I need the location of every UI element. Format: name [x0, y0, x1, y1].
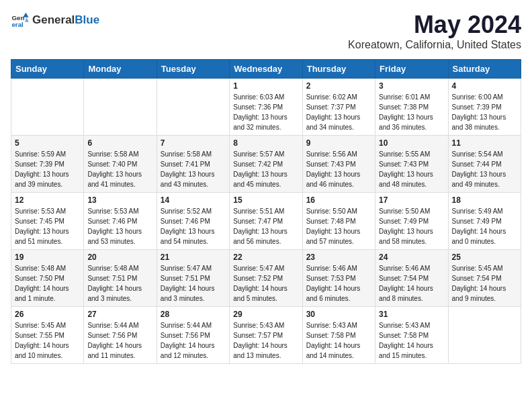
day-number: 28 — [161, 310, 226, 319]
calendar-cell — [84, 79, 157, 136]
calendar-cell: 20Sunrise: 5:48 AMSunset: 7:51 PMDayligh… — [84, 250, 157, 307]
day-number: 12 — [15, 195, 80, 205]
title-area: May 2024 Koreatown, California, United S… — [348, 11, 521, 51]
calendar-cell: 22Sunrise: 5:47 AMSunset: 7:52 PMDayligh… — [230, 250, 302, 307]
calendar-week-row: 12Sunrise: 5:53 AMSunset: 7:45 PMDayligh… — [11, 193, 521, 250]
day-info: Sunrise: 5:46 AMSunset: 7:53 PMDaylight:… — [306, 263, 371, 304]
calendar-cell: 6Sunrise: 5:58 AMSunset: 7:40 PMDaylight… — [84, 136, 157, 193]
day-info: Sunrise: 5:52 AMSunset: 7:46 PMDaylight:… — [161, 206, 226, 246]
logo-general: General — [32, 13, 75, 27]
day-info: Sunrise: 5:50 AMSunset: 7:49 PMDaylight:… — [379, 206, 444, 246]
day-number: 11 — [452, 138, 517, 148]
calendar-cell: 27Sunrise: 5:44 AMSunset: 7:56 PMDayligh… — [84, 307, 157, 364]
day-number: 3 — [379, 81, 444, 91]
day-number: 17 — [379, 195, 444, 205]
day-number: 23 — [306, 253, 371, 262]
calendar-week-row: 19Sunrise: 5:48 AMSunset: 7:50 PMDayligh… — [11, 250, 521, 307]
day-info: Sunrise: 5:54 AMSunset: 7:44 PMDaylight:… — [452, 149, 517, 189]
day-number: 24 — [379, 253, 444, 262]
day-number: 27 — [87, 310, 152, 319]
calendar-cell: 23Sunrise: 5:46 AMSunset: 7:53 PMDayligh… — [302, 250, 375, 307]
day-info: Sunrise: 5:53 AMSunset: 7:46 PMDaylight:… — [87, 206, 152, 246]
logo: Gen eral GeneralBlue — [11, 11, 99, 30]
calendar-cell: 24Sunrise: 5:46 AMSunset: 7:54 PMDayligh… — [375, 250, 448, 307]
day-info: Sunrise: 5:44 AMSunset: 7:56 PMDaylight:… — [87, 320, 152, 361]
day-info: Sunrise: 5:59 AMSunset: 7:39 PMDaylight:… — [15, 149, 80, 189]
calendar-cell: 16Sunrise: 5:50 AMSunset: 7:48 PMDayligh… — [302, 193, 375, 250]
day-info: Sunrise: 5:49 AMSunset: 7:49 PMDaylight:… — [452, 206, 517, 246]
calendar-cell: 10Sunrise: 5:55 AMSunset: 7:43 PMDayligh… — [375, 136, 448, 193]
day-info: Sunrise: 5:43 AMSunset: 7:58 PMDaylight:… — [379, 320, 444, 361]
subtitle: Koreatown, California, United States — [348, 39, 521, 51]
day-number: 7 — [161, 138, 226, 148]
day-number: 16 — [306, 195, 371, 205]
day-number: 8 — [233, 138, 298, 148]
day-number: 18 — [452, 195, 517, 205]
day-number: 31 — [379, 310, 444, 319]
logo-icon: Gen eral — [11, 11, 30, 30]
weekday-header-monday: Monday — [84, 60, 157, 79]
day-number: 15 — [233, 195, 298, 205]
day-number: 22 — [233, 253, 298, 262]
day-info: Sunrise: 5:57 AMSunset: 7:42 PMDaylight:… — [233, 149, 298, 189]
weekday-header-sunday: Sunday — [11, 60, 84, 79]
calendar-cell: 9Sunrise: 5:56 AMSunset: 7:43 PMDaylight… — [302, 136, 375, 193]
svg-text:eral: eral — [11, 21, 24, 28]
day-number: 6 — [87, 138, 152, 148]
day-number: 5 — [15, 138, 80, 148]
calendar-week-row: 1Sunrise: 6:03 AMSunset: 7:36 PMDaylight… — [11, 79, 521, 136]
day-info: Sunrise: 5:43 AMSunset: 7:58 PMDaylight:… — [306, 320, 371, 361]
day-info: Sunrise: 6:01 AMSunset: 7:38 PMDaylight:… — [379, 92, 444, 132]
day-info: Sunrise: 5:48 AMSunset: 7:50 PMDaylight:… — [15, 263, 80, 304]
day-number: 9 — [306, 138, 371, 148]
calendar-cell: 25Sunrise: 5:45 AMSunset: 7:54 PMDayligh… — [448, 250, 521, 307]
calendar-cell: 11Sunrise: 5:54 AMSunset: 7:44 PMDayligh… — [448, 136, 521, 193]
calendar-cell: 8Sunrise: 5:57 AMSunset: 7:42 PMDaylight… — [230, 136, 302, 193]
calendar-cell: 28Sunrise: 5:44 AMSunset: 7:56 PMDayligh… — [157, 307, 229, 364]
calendar-cell: 21Sunrise: 5:47 AMSunset: 7:51 PMDayligh… — [157, 250, 229, 307]
calendar-cell: 13Sunrise: 5:53 AMSunset: 7:46 PMDayligh… — [84, 193, 157, 250]
calendar-cell: 5Sunrise: 5:59 AMSunset: 7:39 PMDaylight… — [11, 136, 84, 193]
day-info: Sunrise: 5:46 AMSunset: 7:54 PMDaylight:… — [379, 263, 444, 304]
day-info: Sunrise: 5:47 AMSunset: 7:52 PMDaylight:… — [233, 263, 298, 304]
day-info: Sunrise: 5:44 AMSunset: 7:56 PMDaylight:… — [161, 320, 226, 361]
calendar-cell: 12Sunrise: 5:53 AMSunset: 7:45 PMDayligh… — [11, 193, 84, 250]
day-number: 14 — [161, 195, 226, 205]
calendar-cell: 26Sunrise: 5:45 AMSunset: 7:55 PMDayligh… — [11, 307, 84, 364]
weekday-header-friday: Friday — [375, 60, 448, 79]
day-number: 25 — [452, 253, 517, 262]
day-number: 10 — [379, 138, 444, 148]
calendar-cell: 14Sunrise: 5:52 AMSunset: 7:46 PMDayligh… — [157, 193, 229, 250]
day-number: 4 — [452, 81, 517, 91]
calendar-cell — [448, 307, 521, 364]
calendar-cell: 18Sunrise: 5:49 AMSunset: 7:49 PMDayligh… — [448, 193, 521, 250]
calendar-table: SundayMondayTuesdayWednesdayThursdayFrid… — [11, 59, 521, 364]
logo-blue: Blue — [75, 13, 99, 27]
calendar-cell: 7Sunrise: 5:58 AMSunset: 7:41 PMDaylight… — [157, 136, 229, 193]
weekday-header-saturday: Saturday — [448, 60, 521, 79]
calendar-week-row: 5Sunrise: 5:59 AMSunset: 7:39 PMDaylight… — [11, 136, 521, 193]
day-info: Sunrise: 6:00 AMSunset: 7:39 PMDaylight:… — [452, 92, 517, 132]
calendar-cell: 19Sunrise: 5:48 AMSunset: 7:50 PMDayligh… — [11, 250, 84, 307]
calendar-cell: 31Sunrise: 5:43 AMSunset: 7:58 PMDayligh… — [375, 307, 448, 364]
calendar-cell: 15Sunrise: 5:51 AMSunset: 7:47 PMDayligh… — [230, 193, 302, 250]
svg-marker-3 — [25, 17, 29, 22]
day-info: Sunrise: 5:48 AMSunset: 7:51 PMDaylight:… — [87, 263, 152, 304]
weekday-header-wednesday: Wednesday — [230, 60, 302, 79]
day-info: Sunrise: 5:43 AMSunset: 7:57 PMDaylight:… — [233, 320, 298, 361]
day-number: 30 — [306, 310, 371, 319]
weekday-header-thursday: Thursday — [302, 60, 375, 79]
day-number: 1 — [233, 81, 298, 91]
calendar-cell: 3Sunrise: 6:01 AMSunset: 7:38 PMDaylight… — [375, 79, 448, 136]
calendar-cell — [11, 79, 84, 136]
calendar-cell: 30Sunrise: 5:43 AMSunset: 7:58 PMDayligh… — [302, 307, 375, 364]
calendar-cell: 2Sunrise: 6:02 AMSunset: 7:37 PMDaylight… — [302, 79, 375, 136]
day-number: 19 — [15, 253, 80, 262]
day-info: Sunrise: 5:45 AMSunset: 7:55 PMDaylight:… — [15, 320, 80, 361]
day-info: Sunrise: 5:55 AMSunset: 7:43 PMDaylight:… — [379, 149, 444, 189]
day-info: Sunrise: 5:50 AMSunset: 7:48 PMDaylight:… — [306, 206, 371, 246]
day-number: 2 — [306, 81, 371, 91]
day-info: Sunrise: 6:03 AMSunset: 7:36 PMDaylight:… — [233, 92, 298, 132]
day-number: 13 — [87, 195, 152, 205]
day-number: 20 — [87, 253, 152, 262]
